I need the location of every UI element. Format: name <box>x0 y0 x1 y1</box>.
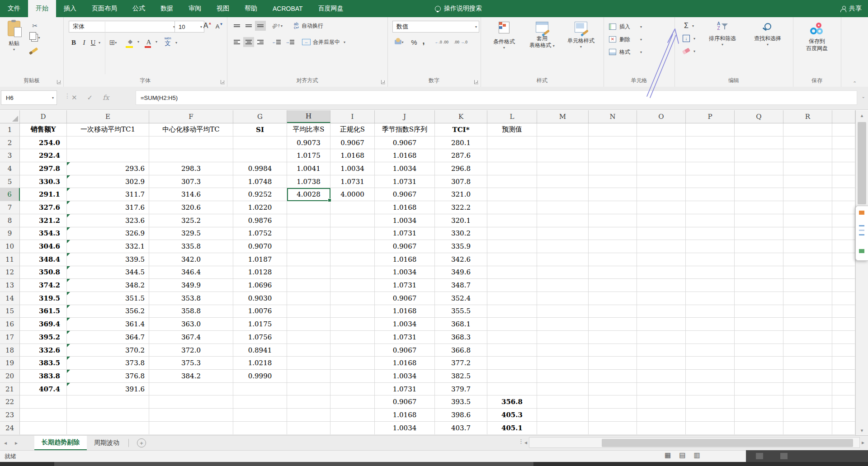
cell-Q16[interactable] <box>735 318 783 331</box>
cell-D6[interactable]: 291.1 <box>20 188 67 201</box>
row-header-10[interactable]: 10 <box>0 240 20 253</box>
cell-M11[interactable] <box>537 253 589 266</box>
cell-M14[interactable] <box>537 292 589 305</box>
tell-me-search[interactable]: 操作说明搜索 <box>435 0 482 17</box>
cell-M18[interactable] <box>537 344 589 357</box>
tab-review[interactable]: 审阅 <box>181 0 209 17</box>
cell-G21[interactable] <box>233 383 287 396</box>
cell-I5[interactable]: 1.0731 <box>330 175 375 188</box>
cell-H4[interactable]: 1.0041 <box>287 162 330 175</box>
cell-O14[interactable] <box>637 292 686 305</box>
cell-N15[interactable] <box>589 305 637 318</box>
cell-G11[interactable]: 1.0187 <box>233 253 287 266</box>
cell-G23[interactable] <box>233 409 287 422</box>
italic-button[interactable]: I <box>80 37 89 48</box>
cell-E4[interactable]: 293.6 <box>67 162 149 175</box>
conditional-formatting-button[interactable]: 条件格式 ▾ <box>487 22 521 50</box>
cell-x6[interactable] <box>832 188 855 201</box>
cell-M6[interactable] <box>537 188 589 201</box>
cell-I10[interactable] <box>330 240 375 253</box>
cell-D7[interactable]: 327.6 <box>20 201 67 214</box>
cell-F4[interactable]: 298.3 <box>149 162 233 175</box>
underline-button[interactable]: U <box>89 37 98 48</box>
cell-x24[interactable] <box>832 422 855 435</box>
cell-L22[interactable]: 356.8 <box>487 395 537 409</box>
cell-D10[interactable]: 304.6 <box>20 240 67 253</box>
row-header-8[interactable]: 8 <box>0 214 20 227</box>
cell-L24[interactable]: 405.1 <box>487 422 537 435</box>
cell-R4[interactable] <box>783 162 832 175</box>
cell-M5[interactable] <box>537 175 589 188</box>
cell-H9[interactable] <box>287 227 330 240</box>
row-header-15[interactable]: 15 <box>0 305 20 318</box>
cell-H7[interactable] <box>287 201 330 214</box>
cell-Q7[interactable] <box>735 201 783 214</box>
cell-P8[interactable] <box>686 214 735 227</box>
cell-E21[interactable]: 391.6 <box>67 383 149 396</box>
cell-H15[interactable] <box>287 305 330 318</box>
cell-H13[interactable] <box>287 279 330 292</box>
row-header-20[interactable]: 20 <box>0 370 20 383</box>
cell-M2[interactable] <box>537 137 589 150</box>
underline-dropdown[interactable]: ▾ <box>99 41 100 45</box>
cell-Q12[interactable] <box>735 266 783 279</box>
cell-P11[interactable] <box>686 253 735 266</box>
cell-P16[interactable] <box>686 318 735 331</box>
cell-J12[interactable]: 1.0034 <box>375 266 435 279</box>
cell-M12[interactable] <box>537 266 589 279</box>
expand-formula-bar-chevron[interactable]: ⌄ <box>862 94 865 99</box>
cell-K3[interactable]: 287.6 <box>435 149 487 162</box>
cut-button[interactable]: ✂ <box>28 21 42 31</box>
cell-F13[interactable]: 349.9 <box>149 279 233 292</box>
cell-M16[interactable] <box>537 318 589 331</box>
cell-M4[interactable] <box>537 162 589 175</box>
column-header-H[interactable]: H <box>287 110 330 123</box>
tab-baidu-netdisk[interactable]: 百度网盘 <box>311 0 351 17</box>
cell-styles-button[interactable]: 单元格样式 ▾ <box>562 22 600 49</box>
cell-E23[interactable] <box>67 409 149 422</box>
cell-R16[interactable] <box>783 318 832 331</box>
vertical-scroll-thumb[interactable] <box>858 122 866 204</box>
cell-J17[interactable]: 1.0731 <box>375 331 435 344</box>
cell-K19[interactable]: 377.2 <box>435 357 487 370</box>
cell-J24[interactable]: 1.0034 <box>375 422 435 435</box>
cell-O5[interactable] <box>637 175 686 188</box>
cell-N18[interactable] <box>589 344 637 357</box>
cell-H18[interactable] <box>287 344 330 357</box>
row-header-7[interactable]: 7 <box>0 201 20 214</box>
cell-R18[interactable] <box>783 344 832 357</box>
cell-J22[interactable]: 0.9067 <box>375 395 435 409</box>
cell-P15[interactable] <box>686 305 735 318</box>
cell-R22[interactable] <box>783 395 832 409</box>
row-header-21[interactable]: 21 <box>0 383 20 396</box>
cell-N11[interactable] <box>589 253 637 266</box>
cell-M23[interactable] <box>537 409 589 422</box>
cell-J8[interactable]: 1.0034 <box>375 214 435 227</box>
cell-M17[interactable] <box>537 331 589 344</box>
cell-R9[interactable] <box>783 227 832 240</box>
cell-Q11[interactable] <box>735 253 783 266</box>
cell-G16[interactable]: 1.0175 <box>233 318 287 331</box>
cell-O24[interactable] <box>637 422 686 435</box>
cell-P23[interactable] <box>686 409 735 422</box>
cell-P20[interactable] <box>686 370 735 383</box>
cell-J13[interactable]: 1.0731 <box>375 279 435 292</box>
cell-G18[interactable]: 0.8941 <box>233 344 287 357</box>
cell-F1[interactable]: 中心化移动平均TC <box>149 123 233 137</box>
cell-P4[interactable] <box>686 162 735 175</box>
cell-H19[interactable] <box>287 357 330 370</box>
cell-Q9[interactable] <box>735 227 783 240</box>
column-header-N[interactable]: N <box>589 110 637 123</box>
cell-R12[interactable] <box>783 266 832 279</box>
cell-M22[interactable] <box>537 395 589 409</box>
cell-O1[interactable] <box>637 123 686 137</box>
row-header-5[interactable]: 5 <box>0 175 20 188</box>
cell-x11[interactable] <box>832 253 855 266</box>
cell-D14[interactable]: 319.5 <box>20 292 67 305</box>
cell-P1[interactable] <box>686 123 735 137</box>
cell-K9[interactable]: 330.2 <box>435 227 487 240</box>
cell-N5[interactable] <box>589 175 637 188</box>
cell-x5[interactable] <box>832 175 855 188</box>
column-header-F[interactable]: F <box>149 110 233 123</box>
cell-x13[interactable] <box>832 279 855 292</box>
